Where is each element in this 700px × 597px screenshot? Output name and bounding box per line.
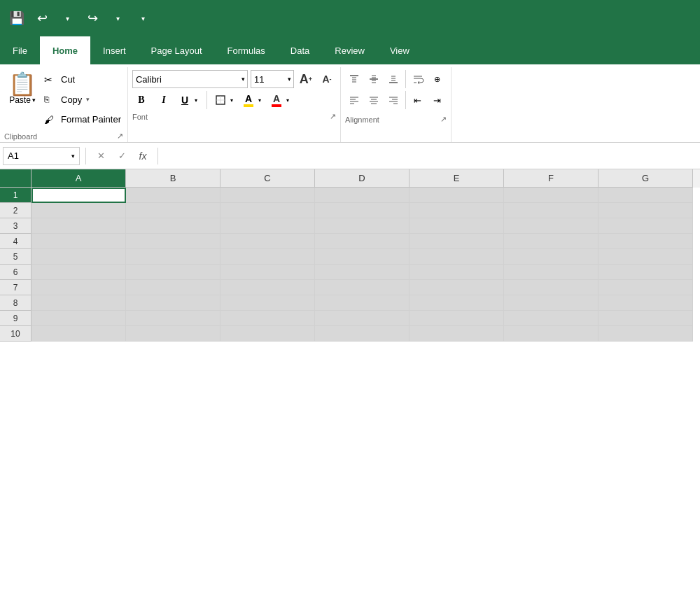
tab-insert[interactable]: Insert: [90, 36, 139, 64]
merge-center-button[interactable]: ⊕: [428, 70, 447, 88]
align-top-button[interactable]: [345, 70, 363, 88]
wrap-text-button[interactable]: [409, 70, 427, 88]
paste-button[interactable]: 📋 Paste ▾: [4, 70, 41, 108]
cell-E6[interactable]: [410, 265, 504, 280]
font-size-selector[interactable]: 11 ▾: [251, 70, 294, 88]
formula-function-button[interactable]: fx: [134, 147, 152, 165]
col-header-B[interactable]: B: [126, 169, 220, 188]
cell-E10[interactable]: [410, 326, 504, 342]
cell-F5[interactable]: [504, 249, 598, 265]
row-header-1[interactable]: 1: [0, 188, 31, 203]
font-expand-button[interactable]: ↗: [330, 112, 336, 121]
spreadsheet-grid[interactable]: A B C D E F G 1 2: [0, 169, 700, 597]
cell-D3[interactable]: [315, 218, 410, 234]
row-header-7[interactable]: 7: [0, 280, 31, 295]
align-left-button[interactable]: [345, 91, 363, 109]
cell-B7[interactable]: [126, 280, 220, 295]
cell-D1[interactable]: [315, 188, 410, 203]
decrease-indent-button[interactable]: ⇤: [409, 91, 427, 109]
cell-D6[interactable]: [315, 265, 410, 280]
tab-data[interactable]: Data: [278, 36, 322, 64]
font-size-increase-button[interactable]: A+: [297, 70, 315, 88]
col-header-A[interactable]: A: [31, 169, 126, 188]
paste-dropdown-arrow[interactable]: ▾: [32, 97, 36, 104]
cell-A10[interactable]: [31, 326, 126, 342]
col-header-C[interactable]: C: [220, 169, 315, 188]
font-color-button[interactable]: A: [269, 92, 284, 108]
cell-C8[interactable]: [220, 295, 315, 311]
cell-F3[interactable]: [504, 218, 598, 234]
cell-G6[interactable]: [598, 265, 693, 280]
cell-G5[interactable]: [598, 249, 693, 265]
cell-B1[interactable]: [126, 188, 220, 203]
font-color-dropdown-arrow[interactable]: ▾: [284, 91, 293, 109]
col-header-F[interactable]: F: [504, 169, 598, 188]
formula-cancel-button[interactable]: ✕: [92, 147, 110, 165]
clipboard-expand-button[interactable]: ↗: [117, 132, 123, 141]
cell-D8[interactable]: [315, 295, 410, 311]
cell-D10[interactable]: [315, 326, 410, 342]
cut-button[interactable]: ✂ Cut: [42, 73, 123, 86]
increase-indent-button[interactable]: ⇥: [428, 91, 447, 109]
cell-A5[interactable]: [31, 249, 126, 265]
cell-A2[interactable]: [31, 203, 126, 218]
cell-E8[interactable]: [410, 295, 504, 311]
cell-A8[interactable]: [31, 295, 126, 311]
cell-C1[interactable]: [220, 188, 315, 203]
formula-input[interactable]: [164, 147, 697, 165]
underline-button[interactable]: U: [177, 91, 192, 109]
fill-color-dropdown-arrow[interactable]: ▾: [256, 91, 265, 109]
cell-A6[interactable]: [31, 265, 126, 280]
cell-reference-box[interactable]: A1 ▾: [3, 147, 80, 165]
cell-C7[interactable]: [220, 280, 315, 295]
cell-G3[interactable]: [598, 218, 693, 234]
tab-formulas[interactable]: Formulas: [215, 36, 278, 64]
font-size-decrease-button[interactable]: A-: [318, 70, 336, 88]
row-header-6[interactable]: 6: [0, 265, 31, 280]
cell-F1[interactable]: [504, 188, 598, 203]
cell-C6[interactable]: [220, 265, 315, 280]
cell-C10[interactable]: [220, 326, 315, 342]
underline-dropdown-arrow[interactable]: ▾: [192, 91, 201, 109]
cell-G1[interactable]: [598, 188, 693, 203]
customize-quick-access[interactable]: ▾: [133, 8, 153, 28]
cell-F8[interactable]: [504, 295, 598, 311]
row-header-9[interactable]: 9: [0, 311, 31, 326]
cell-F4[interactable]: [504, 234, 598, 249]
align-bottom-button[interactable]: [384, 70, 402, 88]
bold-button[interactable]: B: [132, 91, 150, 109]
cell-F6[interactable]: [504, 265, 598, 280]
cell-D2[interactable]: [315, 203, 410, 218]
col-header-E[interactable]: E: [410, 169, 504, 188]
cell-B4[interactable]: [126, 234, 220, 249]
align-right-button[interactable]: [384, 91, 402, 109]
cell-B9[interactable]: [126, 311, 220, 326]
cell-A9[interactable]: [31, 311, 126, 326]
cell-C2[interactable]: [220, 203, 315, 218]
redo-arrow[interactable]: ▾: [108, 8, 127, 28]
cell-E7[interactable]: [410, 280, 504, 295]
cell-G2[interactable]: [598, 203, 693, 218]
cell-C9[interactable]: [220, 311, 315, 326]
italic-button[interactable]: I: [155, 91, 173, 109]
row-header-3[interactable]: 3: [0, 218, 31, 234]
cell-C3[interactable]: [220, 218, 315, 234]
undo-button[interactable]: ↩: [32, 8, 52, 28]
tab-page-layout[interactable]: Page Layout: [139, 36, 215, 64]
row-header-10[interactable]: 10: [0, 326, 31, 342]
border-dropdown-arrow[interactable]: ▾: [228, 91, 237, 109]
tab-home[interactable]: Home: [40, 36, 90, 64]
formula-confirm-button[interactable]: ✓: [113, 147, 131, 165]
copy-dropdown-arrow[interactable]: ▾: [86, 96, 90, 103]
font-name-selector[interactable]: Calibri ▾: [132, 70, 248, 88]
cell-D4[interactable]: [315, 234, 410, 249]
cell-E3[interactable]: [410, 218, 504, 234]
cell-D9[interactable]: [315, 311, 410, 326]
col-header-D[interactable]: D: [315, 169, 410, 188]
cell-A4[interactable]: [31, 234, 126, 249]
cell-B6[interactable]: [126, 265, 220, 280]
cell-G10[interactable]: [598, 326, 693, 342]
cell-D7[interactable]: [315, 280, 410, 295]
cell-B10[interactable]: [126, 326, 220, 342]
cell-A1[interactable]: [31, 188, 126, 203]
